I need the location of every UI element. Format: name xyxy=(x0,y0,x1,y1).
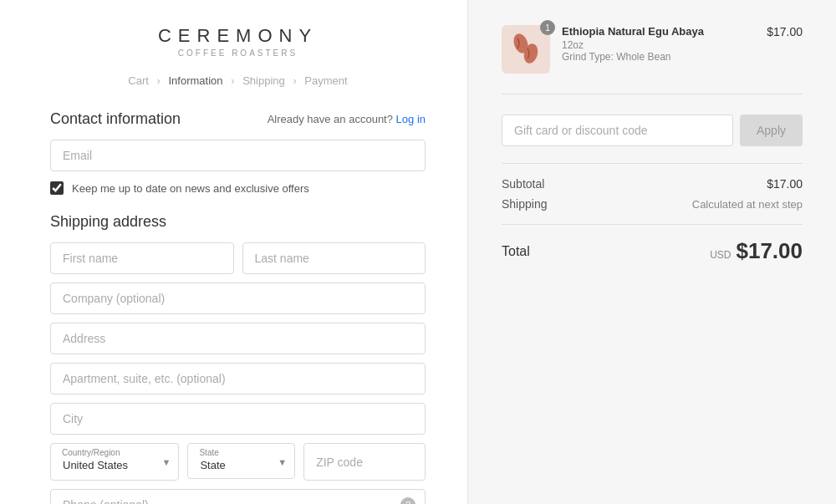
breadcrumb-payment[interactable]: Payment xyxy=(304,74,347,87)
country-select[interactable]: United States xyxy=(50,443,179,481)
phone-field[interactable] xyxy=(50,489,426,504)
country-wrap: Country/Region United States ▼ xyxy=(50,443,179,481)
address-field[interactable] xyxy=(50,323,426,354)
apply-button[interactable]: Apply xyxy=(740,115,803,146)
product-name: Ethiopia Natural Egu Abaya xyxy=(562,25,755,38)
apt-field[interactable] xyxy=(50,363,426,395)
breadcrumb-shipping[interactable]: Shipping xyxy=(242,74,285,87)
newsletter-label: Keep me up to date on news and exclusive… xyxy=(72,182,309,195)
discount-input[interactable] xyxy=(502,115,733,146)
grand-total-line: Total USD $17.00 xyxy=(502,224,803,264)
sep3: › xyxy=(293,74,296,87)
breadcrumb-cart[interactable]: Cart xyxy=(128,74,149,87)
subtotal-line: Subtotal $17.00 xyxy=(502,177,803,191)
subtotal-value: $17.00 xyxy=(767,177,803,191)
name-row xyxy=(50,242,426,274)
product-quantity-badge: 1 xyxy=(540,20,555,35)
total-currency: USD xyxy=(710,249,731,261)
logo-area: CEREMONY COFFEE ROASTERS xyxy=(50,25,426,58)
shipping-section: Shipping address Country/Region United S… xyxy=(50,213,426,504)
breadcrumb-information[interactable]: Information xyxy=(169,74,223,87)
logo-subtitle: COFFEE ROASTERS xyxy=(50,48,426,58)
shipping-value: Calculated at next step xyxy=(692,198,803,211)
totals-section: Subtotal $17.00 Shipping Calculated at n… xyxy=(502,163,803,264)
login-link: Already have an account? Log in xyxy=(268,113,426,125)
apt-group xyxy=(50,363,426,395)
product-detail1: 12oz xyxy=(562,39,755,51)
phone-group: ? xyxy=(50,489,426,504)
product-image-wrap: 1 xyxy=(502,25,550,74)
address-group xyxy=(50,323,426,354)
newsletter-checkbox[interactable] xyxy=(50,181,64,195)
sep2: › xyxy=(231,74,234,87)
company-field[interactable] xyxy=(50,283,426,314)
contact-title: Contact information xyxy=(50,110,181,128)
location-row: Country/Region United States ▼ State Sta… xyxy=(50,443,426,481)
discount-row: Apply xyxy=(502,115,803,146)
login-anchor[interactable]: Log in xyxy=(396,113,426,125)
grand-total-value: USD $17.00 xyxy=(710,238,803,264)
email-group xyxy=(50,140,426,171)
city-field[interactable] xyxy=(50,403,426,435)
company-group xyxy=(50,283,426,314)
product-row: 1 Ethiopia Natural Egu Abaya 12oz Grind … xyxy=(502,25,803,94)
sep1: › xyxy=(157,74,161,87)
contact-section-header: Contact information Already have an acco… xyxy=(50,110,426,128)
total-amount: $17.00 xyxy=(736,238,803,264)
shipping-title: Shipping address xyxy=(50,213,426,231)
first-name-field[interactable] xyxy=(50,242,234,274)
product-thumbnail-icon xyxy=(509,28,543,70)
last-name-field[interactable] xyxy=(242,242,426,274)
state-wrap: State State ▼ xyxy=(187,443,295,481)
shipping-line: Shipping Calculated at next step xyxy=(502,197,803,211)
right-panel: 1 Ethiopia Natural Egu Abaya 12oz Grind … xyxy=(468,0,836,504)
email-field[interactable] xyxy=(50,140,426,171)
city-group xyxy=(50,403,426,435)
product-info: Ethiopia Natural Egu Abaya 12oz Grind Ty… xyxy=(562,25,755,63)
total-label: Total xyxy=(502,244,530,259)
left-panel: CEREMONY COFFEE ROASTERS Cart › Informat… xyxy=(0,0,468,504)
newsletter-row: Keep me up to date on news and exclusive… xyxy=(50,181,426,195)
zip-field[interactable] xyxy=(303,443,426,481)
state-select[interactable]: State xyxy=(187,443,295,479)
subtotal-label: Subtotal xyxy=(502,177,544,191)
shipping-label: Shipping xyxy=(502,197,548,211)
logo-title: CEREMONY xyxy=(50,25,426,47)
breadcrumb: Cart › Information › Shipping › Payment xyxy=(50,74,426,87)
product-price: $17.00 xyxy=(767,25,803,38)
product-detail2: Grind Type: Whole Bean xyxy=(562,51,755,63)
